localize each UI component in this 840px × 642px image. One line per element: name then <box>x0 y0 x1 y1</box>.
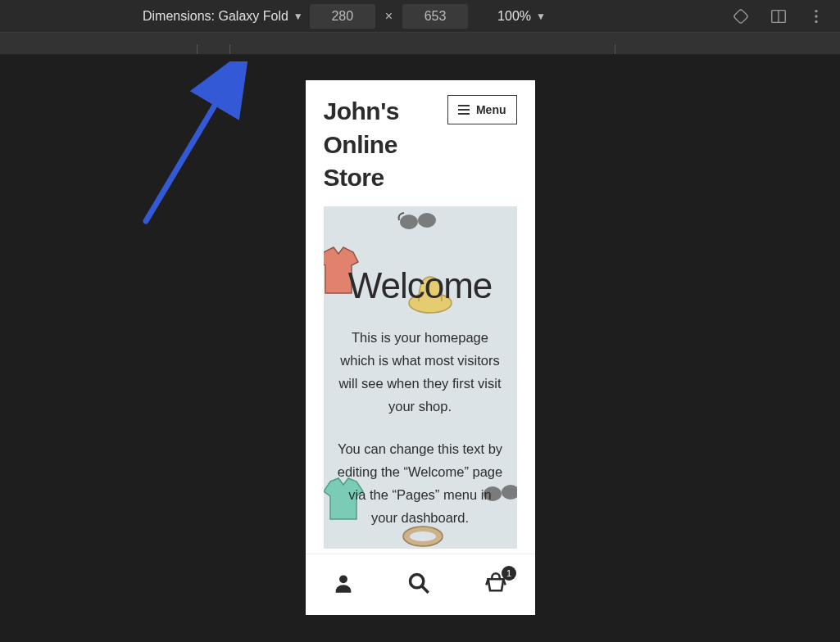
svg-line-7 <box>146 61 241 221</box>
zoom-dropdown[interactable]: 100% ▼ <box>497 9 546 24</box>
devtools-device-toolbar: Dimensions: Galaxy Fold ▼ × 100% ▼ <box>0 0 840 33</box>
device-label: Dimensions: Galaxy Fold <box>143 9 288 24</box>
times-separator: × <box>385 9 393 24</box>
cart-icon[interactable]: 1 <box>484 572 508 598</box>
svg-point-14 <box>410 531 436 541</box>
zoom-label: 100% <box>497 9 531 24</box>
menu-button-label: Menu <box>476 103 506 116</box>
svg-line-17 <box>422 586 429 593</box>
sunglasses-icon <box>397 210 437 234</box>
svg-point-15 <box>339 575 347 583</box>
svg-point-4 <box>815 15 817 17</box>
chevron-down-icon: ▼ <box>293 11 303 22</box>
hero-paragraph-2: You can change this text by editing the … <box>332 437 509 529</box>
hero-title: Welcome <box>332 265 509 306</box>
svg-point-5 <box>815 20 817 22</box>
toolbar-right <box>732 7 825 25</box>
svg-point-9 <box>418 213 436 228</box>
svg-line-18 <box>486 579 488 585</box>
account-icon[interactable] <box>332 572 355 598</box>
menu-button[interactable]: Menu <box>447 95 517 124</box>
bottom-nav: 1 <box>306 554 535 615</box>
hero-section: Welcome This is your homepage which is w… <box>324 206 517 549</box>
site-title: John's Online Store <box>324 95 447 195</box>
simulated-mobile-viewport: John's Online Store Menu Welcome This is… <box>306 80 535 615</box>
hamburger-icon <box>458 105 470 115</box>
svg-point-8 <box>400 215 418 229</box>
site-header: John's Online Store Menu <box>306 80 535 206</box>
svg-line-19 <box>503 579 505 585</box>
device-viewport-area: John's Online Store Menu Welcome This is… <box>0 55 840 642</box>
svg-point-3 <box>815 9 817 11</box>
search-icon[interactable] <box>407 572 430 598</box>
cart-count-badge: 1 <box>502 566 516 581</box>
width-input[interactable] <box>310 4 375 29</box>
hero-paragraph-1: This is your homepage which is what most… <box>332 326 509 418</box>
svg-point-16 <box>411 575 424 588</box>
svg-rect-0 <box>733 8 748 23</box>
height-input[interactable] <box>402 4 468 29</box>
rotate-icon[interactable] <box>732 7 750 25</box>
kebab-menu-icon[interactable] <box>807 7 825 25</box>
chevron-down-icon: ▼ <box>536 11 546 22</box>
annotation-arrow <box>121 61 277 250</box>
dual-pane-icon[interactable] <box>770 7 788 25</box>
dimensions-group: Dimensions: Galaxy Fold ▼ × 100% ▼ <box>143 4 546 29</box>
device-dropdown[interactable]: Dimensions: Galaxy Fold ▼ <box>143 9 303 24</box>
breakpoint-ruler <box>0 33 840 55</box>
